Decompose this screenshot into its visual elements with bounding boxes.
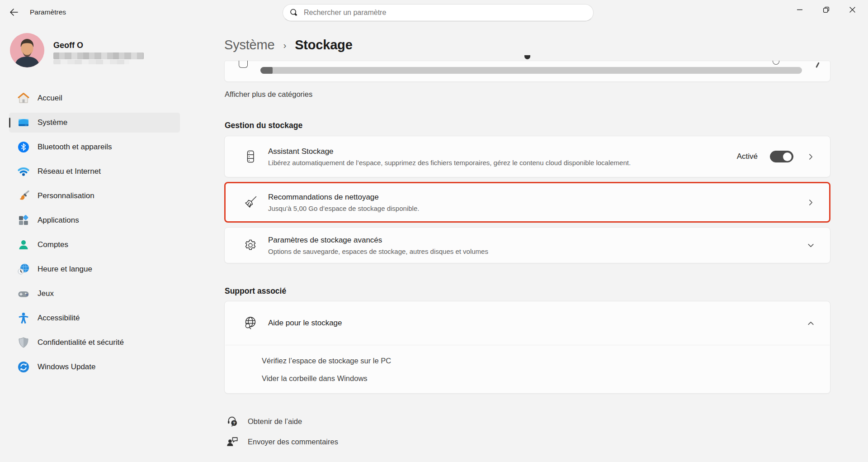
get-help-icon: ? [226, 415, 239, 428]
chevron-down-icon [807, 242, 815, 249]
sidebar-item-confidentialite[interactable]: Confidentialité et sécurité [9, 333, 180, 352]
windows-update-icon [17, 361, 30, 373]
sidebar-nav: Accueil Système Bluetooth et apparei [9, 88, 180, 381]
page-title: Stockage [295, 36, 352, 54]
card-description: Jusqu’à 5,00 Go d’espace de stockage dis… [268, 205, 793, 212]
restore-icon [823, 6, 830, 13]
toggle-status-label: Activé [737, 152, 758, 161]
bluetooth-icon [17, 141, 30, 153]
card-aide-stockage: Aide pour le stockage Vérifiez l’espace … [224, 301, 830, 394]
home-icon [17, 92, 30, 105]
feedback-icon [226, 435, 239, 448]
accounts-icon [17, 238, 30, 251]
personalization-icon [17, 190, 30, 202]
section-header-support: Support associé [225, 286, 286, 296]
time-language-icon [17, 263, 30, 276]
sidebar-item-personnalisation[interactable]: Personnalisation [9, 186, 180, 206]
sidebar-item-bluetooth[interactable]: Bluetooth et appareils [9, 137, 180, 157]
card-title: Recommandations de nettoyage [268, 193, 793, 202]
accessibility-icon [17, 312, 30, 324]
help-link-vider-corbeille[interactable]: Vider la corbeille dans Windows [262, 373, 368, 383]
system-icon [17, 116, 30, 129]
sidebar-item-windows-update[interactable]: Windows Update [9, 357, 180, 377]
window-controls [787, 0, 865, 19]
sidebar-item-accessibilite[interactable]: Accessibilité [9, 308, 180, 328]
profile-email-redacted [53, 52, 144, 64]
storage-sense-toggle[interactable] [770, 151, 793, 162]
minimize-icon [797, 6, 803, 13]
card-description: Libérez automatiquement de l’espace, sup… [268, 159, 737, 167]
back-button[interactable] [6, 5, 22, 19]
card-parametres-stockage-avances[interactable]: Paramètres de stockage avancés Options d… [224, 227, 830, 263]
privacy-icon [17, 336, 30, 349]
get-help-link[interactable]: ? Obtenir de l’aide [226, 415, 302, 428]
minimize-button[interactable] [787, 0, 813, 19]
search-sparkle-icon [289, 8, 299, 18]
profile-name: Geoff O [53, 41, 83, 50]
breadcrumb-separator: › [283, 36, 286, 54]
card-description: Options de sauvegarde, espaces de stocka… [268, 248, 793, 255]
back-arrow-icon [9, 7, 19, 18]
close-icon [849, 6, 856, 13]
sidebar-item-applications[interactable]: Applications [9, 210, 180, 230]
globe-search-icon [243, 315, 258, 331]
sidebar-item-reseau[interactable]: Réseau et Internet [9, 162, 180, 181]
help-link-verifier-espace[interactable]: Vérifiez l’espace de stockage sur le PC [262, 356, 391, 366]
svg-text:?: ? [233, 421, 236, 425]
chevron-up-icon[interactable] [807, 319, 815, 327]
app-title: Paramètres [30, 8, 66, 16]
storage-usage-bar-fill [260, 67, 273, 74]
restore-button[interactable] [813, 0, 839, 19]
clipped-content-fragment [524, 55, 530, 59]
search-input[interactable] [304, 9, 587, 17]
card-title: Aide pour le stockage [268, 319, 793, 328]
chevron-icon-partial [816, 62, 819, 68]
main-content: Système › Stockage Afficher plus de caté… [224, 24, 830, 462]
show-more-categories-link[interactable]: Afficher plus de catégories [225, 90, 312, 99]
send-feedback-link[interactable]: Envoyer des commentaires [226, 435, 338, 448]
section-header-gestion: Gestion du stockage [225, 121, 302, 130]
partial-storage-usage-card [224, 61, 830, 82]
storage-usage-bar [260, 67, 802, 74]
sidebar-item-jeux[interactable]: Jeux [9, 284, 180, 304]
storage-assistant-icon [243, 150, 258, 163]
card-title: Paramètres de stockage avancés [268, 236, 793, 245]
sidebar-item-heure-langue[interactable]: Heure et langue [9, 259, 180, 279]
info-icon-partial [773, 61, 779, 65]
titlebar: Paramètres [0, 0, 868, 24]
search-box[interactable] [283, 4, 594, 21]
chevron-right-icon [807, 199, 815, 206]
sidebar-item-systeme[interactable]: Système [9, 113, 180, 133]
sidebar-item-accueil[interactable]: Accueil [9, 88, 180, 108]
avatar[interactable] [10, 33, 44, 67]
network-icon [17, 165, 30, 178]
sidebar-item-comptes[interactable]: Comptes [9, 235, 180, 255]
broom-icon [243, 195, 258, 210]
card-assistant-stockage[interactable]: Assistant Stockage Libérez automatiqueme… [224, 136, 830, 177]
breadcrumb: Système › Stockage [224, 35, 353, 54]
gaming-icon [17, 287, 30, 300]
sidebar: Geoff O Accueil [0, 24, 183, 462]
close-button[interactable] [839, 0, 865, 19]
card-title: Assistant Stockage [268, 147, 737, 156]
gear-icon [243, 238, 258, 252]
apps-icon [17, 214, 30, 227]
chevron-right-icon [807, 153, 815, 161]
aide-stockage-header-row[interactable]: Aide pour le stockage [225, 301, 830, 345]
drive-icon-partial [239, 61, 248, 68]
card-recommandations-nettoyage[interactable]: Recommandations de nettoyage Jusqu’à 5,0… [224, 182, 830, 223]
breadcrumb-systeme[interactable]: Système [224, 36, 274, 54]
